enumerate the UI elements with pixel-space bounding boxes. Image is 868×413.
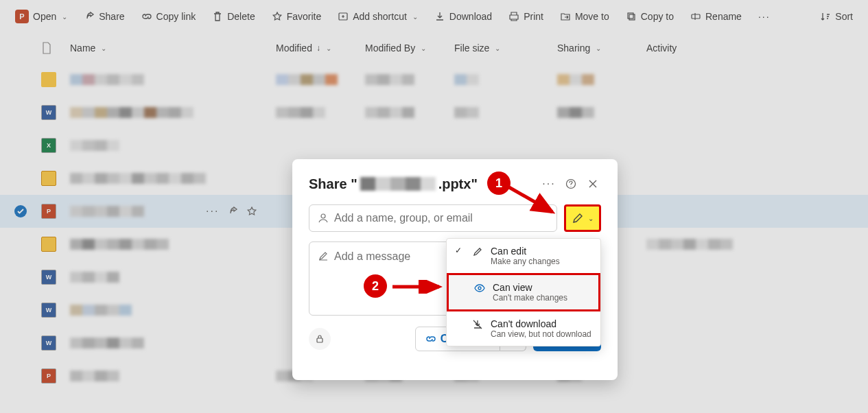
checkmark-icon: ✓ [455,246,465,255]
dialog-title-prefix: Share " [309,176,357,192]
perm-option-cant-download[interactable]: Can't download Can view, but not downloa… [447,311,600,346]
permission-dropdown-button[interactable]: ⌄ [564,204,601,232]
annotation-1-label: 1 [495,176,502,191]
permission-menu: ✓ Can edit Make any changes Can view Can… [446,238,601,346]
help-icon[interactable] [563,176,579,192]
link-settings-lock-icon[interactable] [309,328,331,350]
annotation-callout-2: 2 [364,274,387,298]
compose-icon [318,250,329,261]
dialog-title-suffix: .pptx" [438,176,478,192]
edit-pencil-icon [572,212,584,224]
chevron-down-icon: ⌄ [588,215,594,222]
eye-icon [473,282,486,294]
annotation-callout-1: 1 [487,172,511,195]
recipient-input[interactable]: Add a name, group, or email [309,204,557,232]
perm-option-can-edit[interactable]: ✓ Can edit Make any changes [447,239,600,273]
link-icon [425,333,436,344]
dialog-more-icon[interactable]: ··· [541,176,557,192]
svg-point-8 [478,287,481,290]
redacted-filename [360,177,436,191]
perm-view-sub: Can't make changes [493,293,567,303]
annotation-2-label: 2 [372,279,379,294]
svg-rect-6 [317,338,322,342]
svg-point-5 [321,214,325,218]
perm-nodl-sub: Can view, but not download [491,329,591,339]
perm-edit-title: Can edit [491,246,560,257]
dialog-header: Share " .pptx" ··· [309,176,601,192]
close-icon[interactable] [585,176,601,192]
message-placeholder: Add a message [334,250,410,263]
perm-edit-sub: Make any changes [491,257,560,266]
perm-nodl-title: Can't download [491,318,591,329]
perm-view-title: Can view [493,282,567,293]
recipient-row: Add a name, group, or email ⌄ [309,204,601,232]
edit-pencil-icon [471,246,484,257]
recipient-placeholder: Add a name, group, or email [334,212,473,224]
person-icon [318,213,329,224]
no-download-icon [471,318,484,330]
perm-option-can-view[interactable]: Can view Can't make changes [447,273,600,311]
